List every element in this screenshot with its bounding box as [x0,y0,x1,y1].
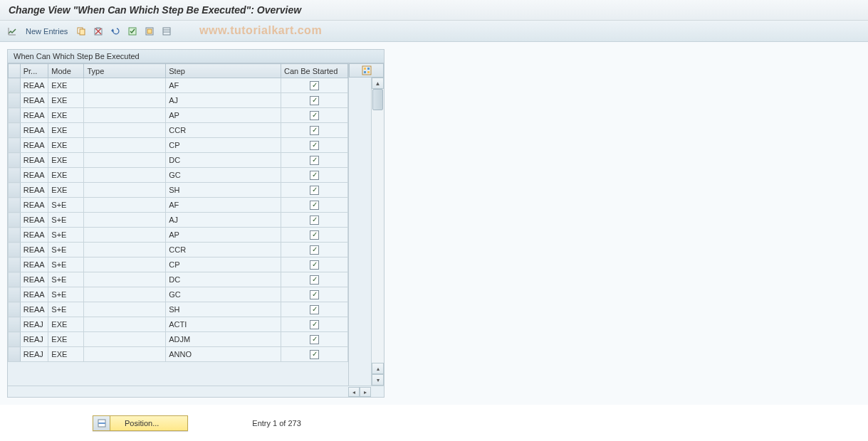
cell-mode[interactable]: S+E [48,257,84,272]
cell-step[interactable]: CCR [166,123,281,138]
row-selector[interactable] [9,272,21,287]
cell-pr[interactable]: REAA [20,93,48,108]
cell-step[interactable]: DC [166,153,281,168]
deselect-all-icon[interactable] [160,25,173,38]
scroll-down-small-icon[interactable]: ▴ [372,363,384,374]
table-row[interactable]: REAJEXEACTI✓ [9,317,348,332]
row-selector[interactable] [9,332,21,347]
table-row[interactable]: REAAEXESH✓ [9,183,348,198]
row-selector[interactable] [9,198,21,213]
cell-step[interactable]: AJ [166,93,281,108]
cell-started[interactable]: ✓ [281,108,348,123]
checkbox[interactable]: ✓ [310,275,319,285]
cell-mode[interactable]: EXE [48,168,84,183]
table-row[interactable]: REAAEXEAF✓ [9,78,348,93]
cell-mode[interactable]: EXE [48,347,84,362]
cell-mode[interactable]: EXE [48,317,84,332]
checkbox[interactable]: ✓ [310,156,319,165]
cell-pr[interactable]: REAJ [20,317,48,332]
cell-mode[interactable]: EXE [48,138,84,153]
position-button[interactable]: Position... [93,415,188,431]
col-header-mode[interactable]: Mode [48,64,84,78]
cell-type[interactable] [84,213,166,228]
cell-type[interactable] [84,287,166,302]
col-header-started[interactable]: Can Be Started [281,64,348,78]
checkbox[interactable]: ✓ [310,81,319,90]
delete-icon[interactable] [92,25,105,38]
cell-mode[interactable]: EXE [48,153,84,168]
checkbox[interactable]: ✓ [310,216,319,225]
table-row[interactable]: REAAEXEAJ✓ [9,93,348,108]
table-row[interactable]: REAAEXECP✓ [9,138,348,153]
table-row[interactable]: REAAS+ESH✓ [9,302,348,317]
checkbox[interactable]: ✓ [310,290,319,299]
checkbox[interactable]: ✓ [310,245,319,255]
row-selector[interactable] [9,168,21,183]
cell-step[interactable]: CP [166,138,281,153]
cell-type[interactable] [84,123,166,138]
table-row[interactable]: REAAEXECCR✓ [9,123,348,138]
cell-started[interactable]: ✓ [281,153,348,168]
table-row[interactable]: REAAS+EAF✓ [9,198,348,213]
table-config-icon[interactable] [349,63,384,78]
cell-started[interactable]: ✓ [281,93,348,108]
cell-started[interactable]: ✓ [281,228,348,243]
col-header-pr[interactable]: Pr... [20,64,48,78]
cell-type[interactable] [84,93,166,108]
cell-type[interactable] [84,317,166,332]
cell-type[interactable] [84,243,166,257]
cell-step[interactable]: ACTI [166,317,281,332]
cell-pr[interactable]: REAA [20,287,48,302]
row-selector[interactable] [9,347,21,362]
cell-started[interactable]: ✓ [281,287,348,302]
checkbox[interactable]: ✓ [310,186,319,195]
cell-step[interactable]: AP [166,228,281,243]
cell-step[interactable]: CP [166,257,281,272]
cell-type[interactable] [84,347,166,362]
cell-pr[interactable]: REAJ [20,332,48,347]
cell-started[interactable]: ✓ [281,302,348,317]
cell-type[interactable] [84,138,166,153]
table-row[interactable]: REAAEXEGC✓ [9,168,348,183]
cell-started[interactable]: ✓ [281,243,348,257]
row-selector[interactable] [9,153,21,168]
cell-pr[interactable]: REAA [20,78,48,93]
table-row[interactable]: REAAS+EAP✓ [9,228,348,243]
cell-mode[interactable]: S+E [48,228,84,243]
cell-pr[interactable]: REAA [20,153,48,168]
cell-started[interactable]: ✓ [281,183,348,198]
checkbox[interactable]: ✓ [310,305,319,314]
cell-mode[interactable]: EXE [48,332,84,347]
cell-step[interactable]: AF [166,198,281,213]
cell-mode[interactable]: EXE [48,108,84,123]
checkbox[interactable]: ✓ [310,230,319,240]
cell-pr[interactable]: REAA [20,108,48,123]
scroll-track[interactable] [372,89,384,363]
cell-type[interactable] [84,108,166,123]
col-header-selector[interactable] [9,64,21,78]
row-selector[interactable] [9,228,21,243]
cell-step[interactable]: AJ [166,213,281,228]
table-row[interactable]: REAAS+EAJ✓ [9,213,348,228]
table-row[interactable]: REAAS+EDC✓ [9,272,348,287]
cell-step[interactable]: CCR [166,243,281,257]
cell-started[interactable]: ✓ [281,123,348,138]
cell-mode[interactable]: EXE [48,78,84,93]
checkbox[interactable]: ✓ [310,111,319,120]
cell-step[interactable]: ADJM [166,332,281,347]
row-selector[interactable] [9,257,21,272]
cell-pr[interactable]: REAJ [20,347,48,362]
cell-pr[interactable]: REAA [20,123,48,138]
cell-pr[interactable]: REAA [20,198,48,213]
cell-started[interactable]: ✓ [281,317,348,332]
cell-type[interactable] [84,332,166,347]
cell-mode[interactable]: S+E [48,302,84,317]
cell-mode[interactable]: S+E [48,243,84,257]
checkbox[interactable]: ✓ [310,96,319,105]
table-row[interactable]: REAAEXEAP✓ [9,108,348,123]
cell-pr[interactable]: REAA [20,257,48,272]
cell-started[interactable]: ✓ [281,78,348,93]
cell-started[interactable]: ✓ [281,272,348,287]
undo-icon[interactable] [109,25,122,38]
cell-started[interactable]: ✓ [281,257,348,272]
